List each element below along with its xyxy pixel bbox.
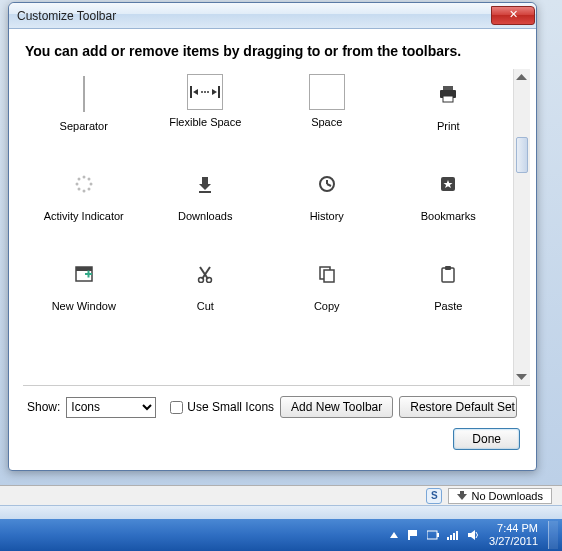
show-dropdown[interactable]: Icons — [66, 397, 156, 418]
svg-marker-40 — [516, 374, 527, 380]
space-icon — [309, 74, 345, 110]
clock-time: 7:44 PM — [489, 522, 538, 535]
vertical-scrollbar[interactable] — [513, 69, 530, 385]
svg-marker-4 — [212, 89, 217, 95]
svg-point-34 — [207, 278, 212, 283]
scroll-area: Separator Flexible — [23, 69, 530, 385]
status-s-badge[interactable]: S — [426, 488, 442, 504]
use-small-icons-checkbox[interactable]: Use Small Icons — [170, 400, 274, 414]
svg-rect-51 — [456, 531, 458, 540]
svg-point-12 — [87, 178, 90, 181]
scroll-up-icon — [516, 74, 527, 80]
svg-rect-47 — [437, 533, 439, 537]
item-label: Separator — [60, 120, 108, 132]
scrollbar-thumb[interactable] — [516, 137, 528, 173]
svg-marker-20 — [199, 184, 211, 190]
status-strip: S No Downloads — [0, 485, 562, 505]
item-label: New Window — [52, 300, 116, 312]
svg-rect-19 — [202, 177, 208, 184]
svg-rect-28 — [76, 267, 92, 271]
item-paste[interactable]: Paste — [388, 254, 510, 344]
show-desktop-button[interactable] — [548, 521, 558, 549]
svg-rect-50 — [453, 533, 455, 540]
copy-icon — [307, 254, 347, 294]
item-flexible-space[interactable]: Flexible Space — [145, 74, 267, 164]
svg-marker-3 — [193, 89, 198, 95]
bottom-controls: Show: Icons Use Small Icons Add New Tool… — [23, 385, 530, 418]
svg-point-11 — [82, 176, 85, 179]
taskbar-clock[interactable]: 7:44 PM 3/27/2011 — [485, 522, 542, 548]
item-downloads[interactable]: Downloads — [145, 164, 267, 254]
window-content: You can add or remove items by dragging … — [9, 29, 536, 470]
taskbar-area: S No Downloads 7:44 PM 3/27/2011 — [0, 485, 562, 551]
item-activity-indicator[interactable]: Activity Indicator — [23, 164, 145, 254]
svg-point-18 — [77, 178, 80, 181]
svg-point-17 — [75, 183, 78, 186]
item-label: Bookmarks — [421, 210, 476, 222]
item-space[interactable]: Space — [266, 74, 388, 164]
svg-rect-8 — [443, 86, 453, 90]
svg-point-14 — [87, 188, 90, 191]
svg-marker-39 — [516, 74, 527, 80]
svg-rect-30 — [87, 271, 89, 278]
show-label: Show: — [27, 400, 60, 414]
window-title: Customize Toolbar — [17, 9, 491, 23]
svg-rect-46 — [427, 531, 437, 539]
windows-taskbar[interactable]: 7:44 PM 3/27/2011 — [0, 519, 562, 551]
clock-date: 3/27/2011 — [489, 535, 538, 548]
svg-point-16 — [77, 188, 80, 191]
new-window-icon — [64, 254, 104, 294]
item-separator[interactable]: Separator — [23, 74, 145, 164]
taskbar-spacer — [0, 505, 562, 519]
separator-icon — [64, 74, 104, 114]
item-bookmarks[interactable]: Bookmarks — [388, 164, 510, 254]
item-label: Paste — [434, 300, 462, 312]
volume-icon — [467, 529, 479, 541]
item-new-window[interactable]: New Window — [23, 254, 145, 344]
item-print[interactable]: Print — [388, 74, 510, 164]
item-palette: Separator Flexible — [23, 69, 509, 385]
battery-icon — [427, 530, 439, 540]
use-small-icons-input[interactable] — [170, 401, 183, 414]
downloads-status[interactable]: No Downloads — [448, 488, 552, 504]
add-new-toolbar-button[interactable]: Add New Toolbar — [280, 396, 393, 418]
svg-point-5 — [201, 91, 203, 93]
use-small-icons-label: Use Small Icons — [187, 400, 274, 414]
no-downloads-text: No Downloads — [471, 490, 543, 502]
restore-default-button[interactable]: Restore Default Set — [399, 396, 517, 418]
history-icon — [307, 164, 347, 204]
item-history[interactable]: History — [266, 164, 388, 254]
svg-rect-48 — [447, 537, 449, 540]
scroll-down-icon — [516, 374, 527, 380]
svg-line-24 — [327, 184, 331, 186]
system-tray[interactable] — [389, 529, 479, 541]
svg-point-6 — [204, 91, 206, 93]
item-label: Copy — [314, 300, 340, 312]
close-button[interactable]: ✕ — [491, 6, 535, 25]
item-cut[interactable]: Cut — [145, 254, 267, 344]
paste-icon — [428, 254, 468, 294]
print-icon — [428, 74, 468, 114]
item-label: Cut — [197, 300, 214, 312]
item-label: Space — [311, 116, 342, 128]
done-button[interactable]: Done — [453, 428, 520, 450]
svg-rect-21 — [199, 191, 211, 193]
dialog-footer: Done — [23, 418, 530, 460]
flexible-space-icon — [187, 74, 223, 110]
tray-chevron-icon — [389, 530, 399, 540]
svg-marker-52 — [468, 530, 475, 540]
svg-rect-37 — [442, 268, 454, 282]
titlebar[interactable]: Customize Toolbar ✕ — [9, 3, 536, 29]
downloads-icon — [185, 164, 225, 204]
activity-icon — [64, 164, 104, 204]
svg-rect-36 — [324, 270, 334, 282]
customize-toolbar-window: Customize Toolbar ✕ You can add or remov… — [8, 2, 537, 471]
svg-marker-43 — [390, 532, 398, 538]
item-copy[interactable]: Copy — [266, 254, 388, 344]
svg-point-33 — [199, 278, 204, 283]
svg-rect-44 — [408, 530, 410, 540]
item-label: History — [310, 210, 344, 222]
item-label: Flexible Space — [169, 116, 241, 128]
instruction-text: You can add or remove items by dragging … — [23, 43, 530, 59]
item-label: Downloads — [178, 210, 232, 222]
